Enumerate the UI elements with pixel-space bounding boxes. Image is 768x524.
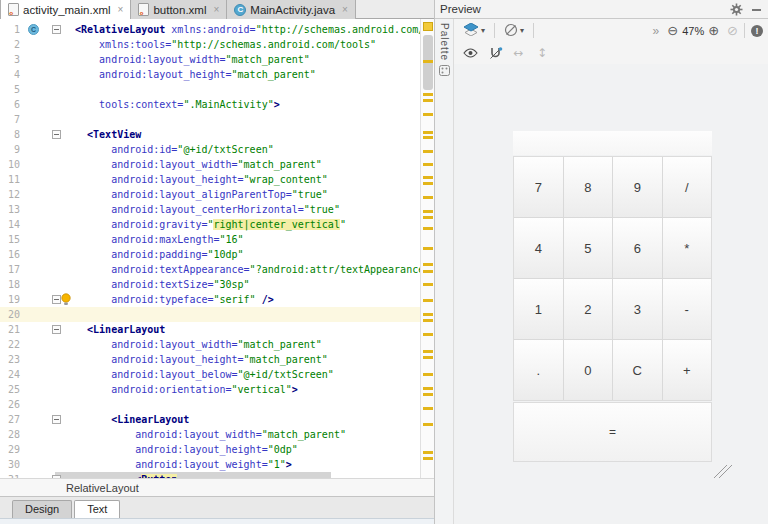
- calc-button-1[interactable]: 1: [514, 279, 563, 339]
- code-line[interactable]: android:layout_alignParentTop="true": [75, 187, 420, 202]
- tab-design[interactable]: Design: [12, 500, 72, 518]
- hide-panel-icon[interactable]: [752, 9, 761, 11]
- warning-mark[interactable]: [423, 210, 433, 213]
- warning-mark[interactable]: [423, 196, 433, 199]
- warning-mark[interactable]: [423, 93, 433, 96]
- configuration-button[interactable]: ▾: [463, 23, 485, 38]
- code-line[interactable]: android:layout_width="match_parent": [75, 337, 420, 352]
- code-line[interactable]: <LinearLayout: [75, 322, 420, 337]
- warning-mark[interactable]: [423, 163, 433, 166]
- code-line[interactable]: android:layout_width="match_parent": [75, 52, 420, 67]
- editor-tab-activity_main.xml[interactable]: ‹›activity_main.xml×: [0, 0, 131, 19]
- palette-tool-button[interactable]: Palette: [435, 23, 453, 78]
- code-line[interactable]: tools:context=".MainActivity">: [75, 97, 420, 112]
- eye-icon[interactable]: [463, 48, 478, 58]
- code-line[interactable]: <LinearLayout: [75, 412, 420, 427]
- lightbulb-icon[interactable]: [61, 293, 71, 308]
- code-line[interactable]: [75, 397, 420, 412]
- breadcrumb-item[interactable]: RelativeLayout: [66, 482, 139, 494]
- code-line[interactable]: android:id="@+id/txtScreen": [75, 142, 420, 157]
- warning-mark[interactable]: [423, 333, 433, 336]
- calc-button-0[interactable]: 0: [564, 340, 613, 400]
- warning-mark[interactable]: [423, 356, 433, 359]
- code-line[interactable]: android:layout_height="match_parent": [75, 67, 420, 82]
- warning-mark[interactable]: [423, 319, 433, 322]
- code-line[interactable]: [75, 307, 420, 322]
- render-errors-icon[interactable]: !: [751, 25, 763, 37]
- warning-mark[interactable]: [423, 457, 433, 460]
- warning-mark[interactable]: [423, 270, 433, 273]
- code-line[interactable]: android:gravity="right|center_vertical": [75, 217, 420, 232]
- calc-button-3[interactable]: 3: [613, 279, 662, 339]
- magnet-icon[interactable]: [489, 47, 503, 60]
- close-icon[interactable]: ×: [342, 4, 348, 15]
- warning-mark[interactable]: [423, 131, 433, 134]
- calc-button-C[interactable]: C: [613, 340, 662, 400]
- code-line[interactable]: android:padding="10dp": [75, 247, 420, 262]
- code-area[interactable]: <RelativeLayout xmlns:android="http://sc…: [75, 22, 420, 478]
- code-line[interactable]: android:layout_width="match_parent": [75, 427, 420, 442]
- warning-mark[interactable]: [423, 136, 433, 139]
- more-actions-icon[interactable]: »: [653, 24, 660, 38]
- tab-text[interactable]: Text: [74, 500, 120, 518]
- calc-button-5[interactable]: 5: [564, 218, 613, 278]
- warning-mark[interactable]: [423, 283, 433, 286]
- code-line[interactable]: xmlns:tools="http://schemas.android.com/…: [75, 37, 420, 52]
- warning-mark[interactable]: [423, 113, 433, 116]
- fold-marker-icon[interactable]: [52, 295, 61, 304]
- zoom-in-icon[interactable]: ⊕: [708, 23, 719, 38]
- context-class-icon[interactable]: C: [28, 24, 39, 35]
- warning-mark[interactable]: [423, 423, 433, 426]
- calc-button-+[interactable]: +: [663, 340, 712, 400]
- warning-mark[interactable]: [423, 150, 433, 153]
- warning-mark[interactable]: [423, 216, 433, 219]
- warnings-summary-marker[interactable]: [423, 22, 433, 31]
- code-line[interactable]: <TextView: [75, 127, 420, 142]
- code-line[interactable]: android:layout_below="@+id/txtScreen": [75, 367, 420, 382]
- code-line[interactable]: android:layout_height="match_parent": [75, 352, 420, 367]
- warning-mark[interactable]: [423, 393, 433, 396]
- calc-button-equals[interactable]: =: [513, 402, 712, 462]
- close-icon[interactable]: ×: [118, 4, 124, 15]
- textview-screen[interactable]: [513, 131, 712, 155]
- calc-button-9[interactable]: 9: [613, 157, 662, 217]
- code-line[interactable]: android:layout_width="match_parent": [75, 157, 420, 172]
- code-line[interactable]: android:layout_weight="1">: [75, 457, 420, 472]
- calc-button-2[interactable]: 2: [564, 279, 613, 339]
- calc-button-8[interactable]: 8: [564, 157, 613, 217]
- fold-marker-icon[interactable]: [52, 415, 61, 424]
- orientation-button[interactable]: ▾: [504, 23, 524, 39]
- warning-mark[interactable]: [423, 451, 433, 454]
- warning-mark[interactable]: [423, 313, 433, 316]
- calc-button-6[interactable]: 6: [613, 218, 662, 278]
- calc-button-/[interactable]: /: [663, 157, 712, 217]
- code-editor[interactable]: 1C23456789101112131415161718192021222324…: [0, 19, 434, 478]
- code-line[interactable]: [75, 112, 420, 127]
- code-line[interactable]: android:maxLength="16": [75, 232, 420, 247]
- warning-mark[interactable]: [423, 373, 433, 376]
- warning-mark[interactable]: [423, 407, 433, 410]
- editor-tab-button.xml[interactable]: ‹›button.xml×: [131, 0, 227, 19]
- calc-button-*[interactable]: *: [663, 218, 712, 278]
- editor-tab-MainActivity.java[interactable]: CMainActivity.java×: [227, 0, 356, 19]
- calc-button--[interactable]: -: [663, 279, 712, 339]
- calc-button-7[interactable]: 7: [514, 157, 563, 217]
- resize-handle[interactable]: [713, 460, 733, 481]
- warning-mark[interactable]: [423, 247, 433, 250]
- code-line[interactable]: android:textAppearance="?android:attr/te…: [75, 262, 420, 277]
- calc-button-.[interactable]: .: [514, 340, 563, 400]
- warning-mark[interactable]: [423, 182, 433, 185]
- fold-marker-icon[interactable]: [52, 25, 61, 34]
- warning-mark[interactable]: [423, 350, 433, 353]
- warning-mark[interactable]: [423, 299, 433, 302]
- gear-icon[interactable]: [730, 3, 743, 18]
- warning-mark[interactable]: [423, 227, 433, 230]
- warning-mark[interactable]: [423, 263, 433, 266]
- code-line[interactable]: android:layout_centerHorizontal="true": [75, 202, 420, 217]
- zoom-out-icon[interactable]: ⊖: [667, 23, 678, 38]
- fold-marker-icon[interactable]: [52, 130, 61, 139]
- warning-mark[interactable]: [423, 387, 433, 390]
- warning-mark[interactable]: [423, 176, 433, 179]
- fold-marker-icon[interactable]: [52, 325, 61, 334]
- calc-button-4[interactable]: 4: [514, 218, 563, 278]
